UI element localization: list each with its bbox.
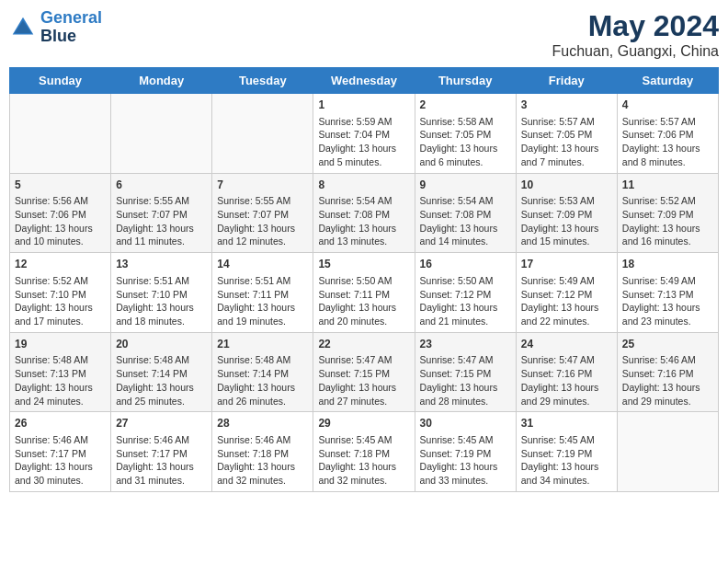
calendar-week-row: 5Sunrise: 5:56 AM Sunset: 7:06 PM Daylig… [10, 173, 719, 253]
day-info: Sunrise: 5:45 AM Sunset: 7:19 PM Dayligh… [521, 434, 599, 486]
calendar-cell [617, 412, 718, 492]
day-number: 14 [217, 257, 308, 272]
day-number: 7 [217, 178, 308, 193]
day-info: Sunrise: 5:46 AM Sunset: 7:16 PM Dayligh… [622, 354, 700, 406]
day-number: 5 [15, 178, 106, 193]
day-info: Sunrise: 5:51 AM Sunset: 7:11 PM Dayligh… [217, 275, 295, 327]
logo: General Blue [9, 9, 102, 46]
day-number: 16 [420, 257, 511, 272]
calendar-cell: 20Sunrise: 5:48 AM Sunset: 7:14 PM Dayli… [111, 332, 212, 412]
day-header-sunday: Sunday [10, 68, 111, 94]
calendar-cell: 10Sunrise: 5:53 AM Sunset: 7:09 PM Dayli… [516, 173, 617, 253]
day-info: Sunrise: 5:46 AM Sunset: 7:17 PM Dayligh… [15, 434, 93, 486]
page-header: General Blue May 2024 Fuchuan, Guangxi, … [9, 9, 719, 60]
day-info: Sunrise: 5:48 AM Sunset: 7:14 PM Dayligh… [116, 354, 194, 406]
calendar-cell: 6Sunrise: 5:55 AM Sunset: 7:07 PM Daylig… [111, 173, 212, 253]
day-info: Sunrise: 5:55 AM Sunset: 7:07 PM Dayligh… [116, 195, 194, 247]
day-info: Sunrise: 5:55 AM Sunset: 7:07 PM Dayligh… [217, 195, 295, 247]
day-number: 12 [15, 257, 106, 272]
day-info: Sunrise: 5:46 AM Sunset: 7:17 PM Dayligh… [116, 434, 194, 486]
day-info: Sunrise: 5:56 AM Sunset: 7:06 PM Dayligh… [15, 195, 93, 247]
calendar-table: SundayMondayTuesdayWednesdayThursdayFrid… [9, 67, 719, 492]
day-number: 23 [420, 337, 511, 352]
calendar-cell: 12Sunrise: 5:52 AM Sunset: 7:10 PM Dayli… [10, 253, 111, 333]
day-info: Sunrise: 5:59 AM Sunset: 7:04 PM Dayligh… [318, 116, 396, 167]
day-header-saturday: Saturday [617, 68, 718, 94]
day-info: Sunrise: 5:51 AM Sunset: 7:10 PM Dayligh… [116, 275, 194, 327]
subtitle: Fuchuan, Guangxi, China [552, 43, 719, 60]
day-number: 21 [217, 337, 308, 352]
calendar-week-row: 19Sunrise: 5:48 AM Sunset: 7:13 PM Dayli… [10, 332, 719, 412]
calendar-cell: 29Sunrise: 5:45 AM Sunset: 7:18 PM Dayli… [313, 412, 415, 492]
day-number: 29 [318, 416, 409, 431]
day-info: Sunrise: 5:46 AM Sunset: 7:18 PM Dayligh… [217, 434, 295, 486]
day-header-tuesday: Tuesday [212, 68, 313, 94]
main-title: May 2024 [552, 9, 719, 43]
day-number: 3 [521, 98, 612, 113]
day-info: Sunrise: 5:45 AM Sunset: 7:19 PM Dayligh… [420, 434, 498, 486]
day-info: Sunrise: 5:50 AM Sunset: 7:12 PM Dayligh… [420, 275, 498, 327]
day-info: Sunrise: 5:47 AM Sunset: 7:15 PM Dayligh… [420, 354, 498, 406]
day-number: 31 [521, 416, 612, 431]
day-number: 24 [521, 337, 612, 352]
day-info: Sunrise: 5:50 AM Sunset: 7:11 PM Dayligh… [318, 275, 396, 327]
day-info: Sunrise: 5:48 AM Sunset: 7:13 PM Dayligh… [15, 354, 93, 406]
day-number: 4 [622, 98, 713, 113]
day-info: Sunrise: 5:54 AM Sunset: 7:08 PM Dayligh… [318, 195, 396, 247]
day-header-thursday: Thursday [415, 68, 516, 94]
day-info: Sunrise: 5:52 AM Sunset: 7:09 PM Dayligh… [622, 195, 700, 247]
day-number: 27 [116, 416, 207, 431]
logo-icon [9, 14, 37, 41]
calendar-cell: 9Sunrise: 5:54 AM Sunset: 7:08 PM Daylig… [415, 173, 516, 253]
day-info: Sunrise: 5:45 AM Sunset: 7:18 PM Dayligh… [318, 434, 396, 486]
calendar-cell: 7Sunrise: 5:55 AM Sunset: 7:07 PM Daylig… [212, 173, 313, 253]
day-number: 15 [318, 257, 409, 272]
day-number: 13 [116, 257, 207, 272]
day-number: 9 [420, 178, 511, 193]
day-info: Sunrise: 5:48 AM Sunset: 7:14 PM Dayligh… [217, 354, 295, 406]
calendar-cell: 23Sunrise: 5:47 AM Sunset: 7:15 PM Dayli… [415, 332, 516, 412]
calendar-cell: 1Sunrise: 5:59 AM Sunset: 7:04 PM Daylig… [313, 94, 415, 174]
calendar-body: 1Sunrise: 5:59 AM Sunset: 7:04 PM Daylig… [10, 94, 719, 492]
day-info: Sunrise: 5:49 AM Sunset: 7:12 PM Dayligh… [521, 275, 599, 327]
calendar-cell: 16Sunrise: 5:50 AM Sunset: 7:12 PM Dayli… [415, 253, 516, 333]
day-number: 28 [217, 416, 308, 431]
calendar-week-row: 26Sunrise: 5:46 AM Sunset: 7:17 PM Dayli… [10, 412, 719, 492]
calendar-cell: 17Sunrise: 5:49 AM Sunset: 7:12 PM Dayli… [516, 253, 617, 333]
calendar-cell: 18Sunrise: 5:49 AM Sunset: 7:13 PM Dayli… [617, 253, 718, 333]
calendar-cell: 14Sunrise: 5:51 AM Sunset: 7:11 PM Dayli… [212, 253, 313, 333]
calendar-cell: 11Sunrise: 5:52 AM Sunset: 7:09 PM Dayli… [617, 173, 718, 253]
day-info: Sunrise: 5:47 AM Sunset: 7:16 PM Dayligh… [521, 354, 599, 406]
calendar-header-row: SundayMondayTuesdayWednesdayThursdayFrid… [10, 68, 719, 94]
day-number: 17 [521, 257, 612, 272]
calendar-week-row: 1Sunrise: 5:59 AM Sunset: 7:04 PM Daylig… [10, 94, 719, 174]
calendar-cell [212, 94, 313, 174]
calendar-cell: 25Sunrise: 5:46 AM Sunset: 7:16 PM Dayli… [617, 332, 718, 412]
day-header-wednesday: Wednesday [313, 68, 415, 94]
day-number: 30 [420, 416, 511, 431]
day-number: 25 [622, 337, 713, 352]
day-info: Sunrise: 5:57 AM Sunset: 7:06 PM Dayligh… [622, 116, 700, 167]
day-number: 6 [116, 178, 207, 193]
day-number: 26 [15, 416, 106, 431]
calendar-cell: 21Sunrise: 5:48 AM Sunset: 7:14 PM Dayli… [212, 332, 313, 412]
day-number: 19 [15, 337, 106, 352]
calendar-cell: 28Sunrise: 5:46 AM Sunset: 7:18 PM Dayli… [212, 412, 313, 492]
day-number: 22 [318, 337, 409, 352]
calendar-cell: 30Sunrise: 5:45 AM Sunset: 7:19 PM Dayli… [415, 412, 516, 492]
calendar-cell: 27Sunrise: 5:46 AM Sunset: 7:17 PM Dayli… [111, 412, 212, 492]
calendar-week-row: 12Sunrise: 5:52 AM Sunset: 7:10 PM Dayli… [10, 253, 719, 333]
calendar-cell: 31Sunrise: 5:45 AM Sunset: 7:19 PM Dayli… [516, 412, 617, 492]
calendar-cell: 8Sunrise: 5:54 AM Sunset: 7:08 PM Daylig… [313, 173, 415, 253]
day-number: 18 [622, 257, 713, 272]
calendar-cell: 13Sunrise: 5:51 AM Sunset: 7:10 PM Dayli… [111, 253, 212, 333]
calendar-cell: 5Sunrise: 5:56 AM Sunset: 7:06 PM Daylig… [10, 173, 111, 253]
day-number: 2 [420, 98, 511, 113]
day-number: 8 [318, 178, 409, 193]
day-header-monday: Monday [111, 68, 212, 94]
day-info: Sunrise: 5:57 AM Sunset: 7:05 PM Dayligh… [521, 116, 599, 167]
day-info: Sunrise: 5:49 AM Sunset: 7:13 PM Dayligh… [622, 275, 700, 327]
day-number: 1 [318, 98, 409, 113]
logo-text: General Blue [40, 9, 102, 46]
calendar-cell: 3Sunrise: 5:57 AM Sunset: 7:05 PM Daylig… [516, 94, 617, 174]
